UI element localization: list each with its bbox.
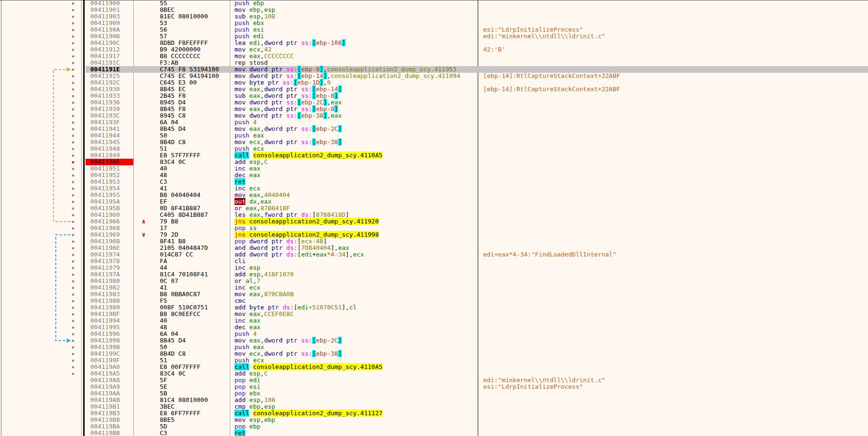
instruction-dot[interactable] xyxy=(72,221,74,223)
instruction-dot[interactable] xyxy=(72,55,74,58)
instruction-dot[interactable] xyxy=(72,62,74,64)
disasm-row[interactable]: 0041199B50push eax xyxy=(0,344,868,351)
instruction-dot[interactable] xyxy=(72,82,74,84)
instruction-dot[interactable] xyxy=(72,68,74,71)
instruction-dot[interactable] xyxy=(72,16,74,18)
instruction-dot[interactable] xyxy=(72,293,74,296)
disasm-row[interactable]: 004119418B45 D4mov eax,dword ptr ss:[ebp… xyxy=(0,126,868,132)
instruction-dot[interactable] xyxy=(72,346,74,349)
instruction-dot[interactable] xyxy=(72,2,74,5)
disasm-row[interactable]: 0041193F6A 04push 4 xyxy=(0,119,868,126)
instruction-dot[interactable] xyxy=(72,148,74,150)
instruction-dot[interactable] xyxy=(72,108,74,111)
instruction-dot[interactable] xyxy=(72,121,74,124)
instruction-dot[interactable] xyxy=(72,234,74,236)
disasm-row[interactable]: 004119B3E8 6FF7FFFFcall consoleapplicati… xyxy=(0,410,868,417)
instruction-dot[interactable] xyxy=(72,227,74,230)
instruction-dot[interactable] xyxy=(72,359,74,362)
disasm-row[interactable]: 0041191CF3:ABrep stosd xyxy=(0,60,868,66)
disasm-row[interactable]: 00411978FAcli xyxy=(0,258,868,265)
instruction-dot[interactable] xyxy=(72,373,74,375)
instruction-dot[interactable] xyxy=(72,313,74,316)
instruction-dot[interactable] xyxy=(72,49,74,51)
disasm-row[interactable]: 00411989008F 510C0751add byte ptr ds:[ed… xyxy=(0,304,868,311)
disasm-row[interactable]: 0041190B57push ediedi:"minkernel\\ntdll\… xyxy=(0,33,868,40)
disasm-row[interactable]: 0041196E2105 0404847Dand dword ptr ds:[7… xyxy=(0,245,868,251)
breakpoint-dot[interactable] xyxy=(72,161,74,163)
disasm-row[interactable]: 004119988B45 D4mov eax,dword ptr ss:[ebp… xyxy=(0,337,868,344)
instruction-dot[interactable] xyxy=(72,300,74,302)
disasm-row[interactable]: 00411983B8 0BBA0C87mov eax,870CBA0B xyxy=(0,291,868,298)
disasm-row[interactable]: 0041190055push ebp xyxy=(0,0,868,7)
disasm-row[interactable]: 0041195441inc ecx xyxy=(0,185,868,192)
disasm-row[interactable]: 0041194450push eax xyxy=(0,132,868,139)
disasm-row[interactable]: 004119398B45 F8mov eax,dword ptr ss:[ebp… xyxy=(0,106,868,112)
instruction-dot[interactable] xyxy=(72,254,74,256)
disasm-row[interactable]: 004119A0E8 00F7FFFFcall consoleapplicati… xyxy=(0,364,868,370)
disasm-row[interactable]: 0041190C8DBD F8FEFFFFlea edi,dword ptr s… xyxy=(0,40,868,46)
instruction-dot[interactable] xyxy=(72,75,74,77)
instruction-dot[interactable] xyxy=(72,42,74,44)
disasm-row[interactable]: 00411925C745 EC 94194100mov dword ptr ss… xyxy=(0,73,868,79)
disasm-row[interactable]: 004119AB81C4 08010000add esp,108 xyxy=(0,397,868,403)
disasm-row[interactable]: 004119B13BECcmp ebp,esp xyxy=(0,403,868,410)
disasm-row[interactable]: 0041195248dec eax xyxy=(0,172,868,179)
disasm-row[interactable]: 004119368945 D4mov dword ptr ss:[ebp-2C]… xyxy=(0,99,868,106)
disasm-row[interactable]: 0041195B0D 8F41B887or eax,87B8418F xyxy=(0,205,868,212)
disasm-row[interactable]: 0041198241inc ecx xyxy=(0,284,868,291)
instruction-dot[interactable] xyxy=(72,174,74,177)
disasm-row[interactable]: 0041199C8B4D C8mov ecx,dword ptr ss:[ebp… xyxy=(0,351,868,357)
disasm-row[interactable]: 004119308B45 ECmov eax,dword ptr ss:[ebp… xyxy=(0,86,868,93)
disasm-row[interactable]: 0041197944inc esp xyxy=(0,265,868,271)
disasm-row[interactable]: 0041190381EC 08010000sub esp,108 xyxy=(0,13,868,20)
disasm-row[interactable]: 004119A95Epop esiesi:"LdrpInitializeProc… xyxy=(0,384,868,390)
instruction-dot[interactable] xyxy=(72,260,74,263)
disasm-row[interactable]: 0041195140inc eax xyxy=(0,165,868,172)
disasm-row[interactable]: 0041197A81C4 70108F41add esp,418F1070 xyxy=(0,271,868,278)
disasm-row[interactable]: 0041195AEFout dx,eax xyxy=(0,198,868,205)
disasm-row[interactable]: 004119B88BE5mov esp,ebp xyxy=(0,417,868,423)
disasm-row[interactable]: 0041199F51push ecx xyxy=(0,357,868,364)
disasm-row[interactable]: 004119AA5Bpop ebx xyxy=(0,390,868,397)
disasm-row[interactable]: 00411912B9 42000000mov ecx,4242:'B' xyxy=(0,46,868,53)
instruction-dot[interactable] xyxy=(72,274,74,276)
instruction-dot[interactable] xyxy=(72,353,74,355)
disasm-row[interactable]: 0041194E83C4 0Cadd esp,C xyxy=(0,159,868,165)
disasm-row[interactable]: 004119A85Fpop ediedi:"minkernel\\ntdll\\… xyxy=(0,377,868,384)
disasm-row[interactable]: 0041190953push ebx xyxy=(0,20,868,26)
instruction-dot[interactable] xyxy=(72,88,74,91)
disasm-row[interactable]: 004119BBC3ret xyxy=(0,430,868,436)
instruction-dot[interactable] xyxy=(72,214,74,216)
disasm-row[interactable]: 004119A583C4 0Cadd esp,C xyxy=(0,370,868,377)
disasm-row[interactable]: 00411988F5cmc xyxy=(0,298,868,304)
disasm-row[interactable]: 00411953C3ret xyxy=(0,179,868,185)
instruction-dot[interactable] xyxy=(72,267,74,269)
disasm-row[interactable]: 00411974014C87 CCadd dword ptr ds:[edi+e… xyxy=(0,251,868,258)
instruction-dot[interactable] xyxy=(72,22,74,25)
instruction-dot[interactable] xyxy=(72,181,74,183)
instruction-dot[interactable] xyxy=(72,95,74,97)
disasm-row[interactable]: 0041199548dec eax xyxy=(0,324,868,331)
instruction-dot[interactable] xyxy=(72,320,74,322)
instruction-dot[interactable] xyxy=(72,326,74,329)
disasm-row[interactable]: 0041198FB8 8C0EEFCCmov eax,CCEF0E8C xyxy=(0,311,868,317)
disasm-row[interactable]: 004119BA5Dpop ebp xyxy=(0,423,868,430)
disasm-row[interactable]: 0041191EC745 F8 53194100mov dword ptr ss… xyxy=(0,66,868,73)
instruction-dot[interactable] xyxy=(72,9,74,11)
disasm-row[interactable]: 00411966∧79 B8jns consoleapplication2_du… xyxy=(0,218,868,225)
instruction-dot[interactable] xyxy=(72,307,74,309)
disasm-row[interactable]: 004119800C 07or al,7 xyxy=(0,278,868,284)
disasm-row[interactable]: 0041199440inc eax xyxy=(0,317,868,324)
disasm-row[interactable]: 0041190A56push esiesi:"LdrpInitializePro… xyxy=(0,26,868,33)
instruction-dot[interactable] xyxy=(72,333,74,335)
instruction-dot[interactable] xyxy=(72,128,74,130)
instruction-dot[interactable] xyxy=(72,102,74,104)
disasm-row[interactable]: 004119966A 04push 4 xyxy=(0,331,868,337)
instruction-dot[interactable] xyxy=(72,340,74,342)
disasm-row[interactable]: 004119458B4D C8mov ecx,dword ptr ss:[ebp… xyxy=(0,139,868,145)
disasm-row[interactable]: 0041196817pop ss xyxy=(0,225,868,231)
instruction-dot[interactable] xyxy=(72,141,74,144)
instruction-dot[interactable] xyxy=(72,194,74,197)
disasm-row[interactable]: 00411960C405 8D41B887les eax,fword ptr d… xyxy=(0,212,868,218)
disasm-row[interactable]: 0041196B8F41 B8pop dword ptr ds:[ecx-48] xyxy=(0,238,868,245)
